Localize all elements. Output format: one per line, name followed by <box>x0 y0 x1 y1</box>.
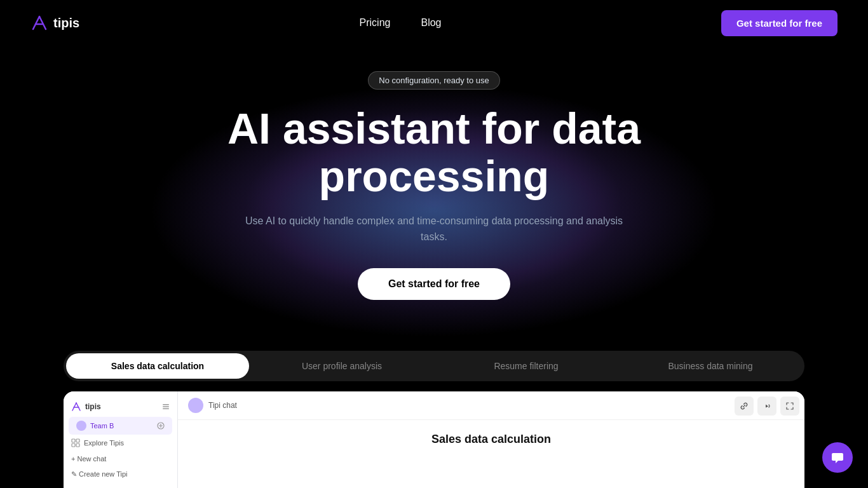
demo-team-label: Team B <box>90 422 114 430</box>
nav-link-blog[interactable]: Blog <box>421 17 441 29</box>
demo-logo-icon <box>71 402 81 412</box>
logo[interactable]: tipis <box>31 14 79 32</box>
expand-icon <box>785 402 794 410</box>
link-icon <box>740 402 749 410</box>
demo-inner: tipis Team B <box>64 391 804 488</box>
svg-rect-13 <box>76 439 79 442</box>
demo-team-item[interactable]: Team B <box>69 417 172 435</box>
demo-expand-btn[interactable] <box>780 396 799 416</box>
demo-team-avatar <box>76 421 86 431</box>
demo-section-title: Sales data calculation <box>191 433 792 446</box>
audio-icon <box>763 402 771 410</box>
tab-business-data[interactable]: Business data mining <box>619 353 802 379</box>
demo-sidebar-header: tipis <box>64 399 177 417</box>
hero-section: No configuration, ready to use AI assist… <box>0 46 868 338</box>
hero-subtitle: Use AI to quickly handle complex and tim… <box>243 213 625 245</box>
tab-user-profile[interactable]: User profile analysis <box>250 353 433 379</box>
demo-topbar: Tipi chat <box>178 391 804 420</box>
nav-link-pricing[interactable]: Pricing <box>360 17 391 29</box>
demo-controls <box>735 396 799 416</box>
demo-logo-text: tipis <box>85 402 101 411</box>
svg-rect-6 <box>163 404 169 405</box>
demo-sidebar: tipis Team B <box>64 391 178 488</box>
chat-widget[interactable] <box>822 442 853 473</box>
demo-explore-item[interactable]: Explore Tipis <box>64 435 177 451</box>
svg-rect-8 <box>163 408 169 409</box>
tabs-section: Sales data calculation User profile anal… <box>0 351 868 381</box>
demo-content: Sales data calculation <box>178 420 804 459</box>
svg-line-1 <box>39 17 46 29</box>
demo-new-chat-item[interactable]: + New chat <box>64 451 177 466</box>
demo-link-btn[interactable] <box>735 396 754 416</box>
logo-text: tipis <box>53 16 79 30</box>
logo-icon <box>31 14 48 32</box>
demo-window: tipis Team B <box>64 391 804 488</box>
svg-line-3 <box>72 403 76 410</box>
demo-chat-label: Tipi chat <box>188 398 237 413</box>
tab-sales-data[interactable]: Sales data calculation <box>66 353 249 379</box>
hero-content: No configuration, ready to use AI assist… <box>31 71 837 300</box>
navbar: tipis Pricing Blog Get started for free <box>0 0 868 46</box>
tabs-bar: Sales data calculation User profile anal… <box>64 351 804 381</box>
demo-logo-row: tipis <box>71 402 101 412</box>
hero-badge: No configuration, ready to use <box>368 71 499 90</box>
demo-new-chat-label: + New chat <box>71 455 106 463</box>
svg-rect-14 <box>72 444 75 447</box>
svg-line-0 <box>33 17 39 29</box>
team-add-icon <box>157 422 165 430</box>
svg-rect-7 <box>163 406 169 407</box>
svg-line-4 <box>76 403 80 410</box>
hero-title: AI assistant for data processing <box>148 105 720 200</box>
demo-audio-btn[interactable] <box>757 396 776 416</box>
demo-explore-label: Explore Tipis <box>84 439 124 447</box>
demo-chat-avatar <box>188 398 203 413</box>
svg-rect-15 <box>76 444 79 447</box>
explore-icon <box>71 438 80 447</box>
tab-resume-filtering[interactable]: Resume filtering <box>435 353 618 379</box>
demo-create-tipi-item[interactable]: ✎ Create new Tipi <box>64 466 177 482</box>
demo-main: Tipi chat <box>178 391 804 488</box>
svg-rect-12 <box>72 439 75 442</box>
nav-links: Pricing Blog <box>360 17 442 29</box>
hero-cta-button[interactable]: Get started for free <box>358 268 510 300</box>
sidebar-collapse-icon[interactable] <box>162 403 170 410</box>
nav-cta-button[interactable]: Get started for free <box>721 10 837 36</box>
chat-widget-icon <box>831 451 844 464</box>
demo-chat-title: Tipi chat <box>208 401 237 410</box>
demo-create-tipi-label: ✎ Create new Tipi <box>71 470 127 478</box>
